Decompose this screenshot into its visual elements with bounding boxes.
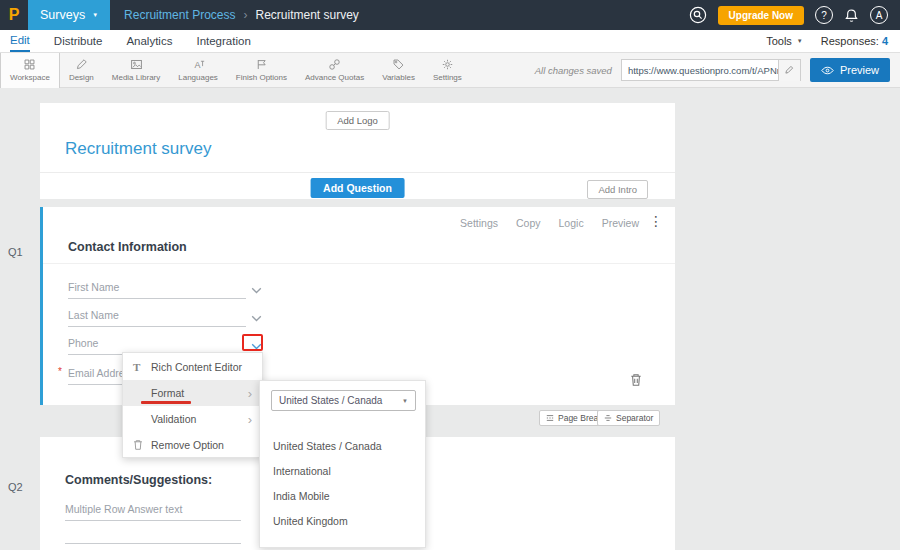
tools-dropdown[interactable]: Tools ▼ — [766, 35, 803, 47]
toolbar-item-settings[interactable]: Settings — [424, 53, 471, 88]
breadcrumb-parent[interactable]: Recruitment Process — [124, 8, 235, 22]
surveys-label: Surveys — [40, 8, 85, 22]
toolbar-item-workspace[interactable]: Workspace — [0, 53, 60, 88]
add-question-button[interactable]: Add Question — [310, 178, 405, 198]
menu-item-rich-content-editor[interactable]: T Rich Content Editor — [123, 354, 262, 380]
topbar-right-group: Upgrade Now ? A — [689, 6, 900, 25]
top-bar: P Surveys ▼ Recruitment Process › Recrui… — [0, 0, 900, 30]
format-option-united-kingdom[interactable]: United Kingdom — [273, 515, 348, 527]
toolbar-label: Advance Quotas — [305, 73, 364, 82]
chain-link-icon — [328, 58, 341, 71]
tab-integration[interactable]: Integration — [196, 30, 250, 52]
menu-item-remove-option[interactable]: Remove Option — [123, 432, 262, 458]
chevron-down-icon: ▼ — [797, 38, 803, 44]
surveys-menu-button[interactable]: Surveys ▼ — [28, 0, 110, 30]
menu-item-format[interactable]: Format › — [123, 380, 262, 406]
question2-id: Q2 — [8, 481, 23, 493]
row-menu-chevron-icon[interactable] — [251, 287, 262, 294]
survey-title[interactable]: Recruitment survey — [65, 139, 211, 159]
required-asterisk: * — [58, 366, 62, 377]
gear-icon — [441, 58, 454, 71]
question2-heading[interactable]: Comments/Suggestions: — [65, 473, 212, 487]
row-menu-chevron-icon[interactable] — [251, 315, 262, 322]
survey-header-card: Add Logo Recruitment survey Add Question… — [40, 103, 675, 199]
trash-icon — [133, 439, 151, 451]
menu-item-label: Format — [151, 387, 184, 399]
breadcrumb: Recruitment Process › Recruitment survey — [124, 8, 359, 22]
row-menu-chevron-icon-phone[interactable] — [251, 343, 262, 350]
tag-icon — [392, 58, 405, 71]
edit-url-button[interactable] — [778, 60, 800, 81]
menu-item-label: Validation — [151, 413, 196, 425]
toolbar-right-group: All changes saved https://www.questionpr… — [535, 58, 900, 82]
tab-analytics[interactable]: Analytics — [126, 30, 172, 52]
toolbar-item-finish-options[interactable]: Finish Options — [227, 53, 296, 88]
format-option-us-canada[interactable]: United States / Canada — [273, 440, 382, 452]
toolbar-label: Media Library — [112, 73, 160, 82]
flag-icon — [255, 58, 268, 71]
menu-item-validation[interactable]: Validation › — [123, 406, 262, 432]
questionpro-logo[interactable]: P — [0, 6, 28, 24]
toolbar-label: Design — [69, 73, 94, 82]
toolbar-label: Variables — [382, 73, 415, 82]
toolbar-item-design[interactable]: Design — [60, 53, 103, 88]
first-name-input[interactable]: First Name — [68, 273, 246, 299]
question-logic-link[interactable]: Logic — [559, 217, 584, 229]
survey-url[interactable]: https://www.questionpro.com/t/APNrFZ — [622, 65, 778, 76]
format-option-international[interactable]: International — [273, 465, 331, 477]
help-icon[interactable]: ? — [815, 6, 833, 24]
toolbar-label: Finish Options — [236, 73, 287, 82]
delete-question-icon[interactable] — [630, 373, 642, 387]
breadcrumb-separator: › — [243, 8, 247, 22]
image-icon — [130, 58, 143, 71]
search-icon[interactable] — [689, 6, 707, 24]
pencil-icon — [75, 58, 88, 71]
toolbar-label: Workspace — [10, 73, 50, 82]
tab-edit[interactable]: Edit — [10, 30, 30, 52]
workspace-grid-icon — [23, 58, 36, 71]
menu-item-label: Remove Option — [151, 439, 224, 451]
more-options-icon[interactable]: ⋮ — [649, 213, 663, 229]
responses-count: 4 — [882, 35, 888, 47]
textarea-line — [65, 543, 241, 544]
add-intro-button[interactable]: Add Intro — [587, 180, 648, 199]
upgrade-now-button[interactable]: Upgrade Now — [718, 6, 804, 25]
question-preview-link[interactable]: Preview — [602, 217, 639, 229]
separator-label: Separator — [616, 413, 653, 423]
toolbar-item-advance-quotas[interactable]: Advance Quotas — [296, 53, 373, 88]
add-logo-button[interactable]: Add Logo — [325, 111, 390, 130]
phone-format-select[interactable]: United States / Canada ▼ — [271, 390, 416, 411]
tab-distribute[interactable]: Distribute — [54, 30, 103, 52]
question1-actions: Settings Copy Logic Preview — [460, 217, 639, 229]
toolbar-label: Settings — [433, 73, 462, 82]
avatar[interactable]: A — [870, 6, 888, 24]
submenu-arrow-icon: › — [248, 387, 252, 400]
question-copy-link[interactable]: Copy — [516, 217, 541, 229]
divider — [43, 263, 675, 264]
language-icon: A — [192, 58, 205, 71]
comments-textarea[interactable]: Multiple Row Answer text — [65, 495, 241, 521]
last-name-input[interactable]: Last Name — [68, 301, 246, 327]
autosave-status: All changes saved — [535, 65, 612, 76]
preview-button[interactable]: Preview — [810, 58, 890, 82]
question1-heading[interactable]: Contact Information — [68, 240, 187, 254]
page-break-label: Page Break — [558, 413, 602, 423]
editor-toolbar: Workspace Design Media Library A Languag… — [0, 53, 900, 88]
format-submenu-panel: United States / Canada ▼ United States /… — [259, 380, 426, 548]
divider — [40, 172, 675, 173]
format-option-india-mobile[interactable]: India Mobile — [273, 490, 330, 502]
toolbar-item-media-library[interactable]: Media Library — [103, 53, 169, 88]
annotation-underline — [141, 401, 191, 404]
toolbar-item-languages[interactable]: A Languages — [169, 53, 227, 88]
toolbar-item-variables[interactable]: Variables — [373, 53, 424, 88]
notifications-bell-icon[interactable] — [844, 8, 859, 23]
responses-counter[interactable]: Responses:4 — [821, 35, 888, 47]
submenu-arrow-icon: › — [248, 413, 252, 426]
selected-format: United States / Canada — [279, 395, 382, 406]
question-settings-link[interactable]: Settings — [460, 217, 498, 229]
chevron-down-icon: ▼ — [402, 398, 408, 404]
menu-bar: Edit Distribute Analytics Integration To… — [0, 30, 900, 53]
survey-url-box: https://www.questionpro.com/t/APNrFZ — [621, 59, 801, 81]
separator-button[interactable]: Separator — [597, 410, 660, 426]
survey-canvas: Add Logo Recruitment survey Add Question… — [0, 88, 900, 550]
